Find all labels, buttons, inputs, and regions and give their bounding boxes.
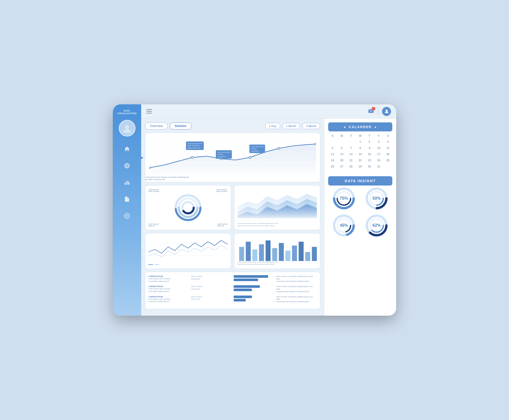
svg-point-0 (125, 125, 129, 129)
info-col-3 (234, 275, 274, 282)
info-val-2: dolor sit amet,consectetur (191, 285, 232, 290)
cal-day-15[interactable]: 15 (356, 151, 365, 157)
svg-point-19 (277, 147, 280, 149)
cal-day-25[interactable]: 25 (384, 157, 392, 163)
cal-day-3[interactable]: 3 (374, 139, 383, 145)
donut-50-wrap: 50% (365, 187, 388, 210)
info-col-2-3 (234, 285, 274, 292)
user-icon-header[interactable] (382, 107, 391, 116)
cal-day-6[interactable]: 6 (337, 145, 346, 151)
cal-day-23[interactable]: 23 (365, 157, 374, 163)
cal-day-9[interactable]: 9 (365, 145, 374, 151)
cal-empty-3 (347, 139, 355, 145)
cal-header-w: W (356, 133, 365, 138)
insight-75: 75% (329, 187, 358, 210)
cal-day-14[interactable]: 14 (347, 151, 355, 157)
cal-day-16[interactable]: 16 (365, 151, 374, 157)
menu-button[interactable] (146, 109, 152, 113)
sidebar: DATA VISUALIZATION (113, 104, 141, 316)
calendar-title: CALANDER (349, 125, 372, 129)
cal-day-27[interactable]: 27 (337, 164, 346, 169)
cal-day-4[interactable]: 4 (384, 139, 392, 145)
cal-day-2[interactable]: 2 (365, 139, 374, 145)
cal-day-29[interactable]: 29 (356, 164, 365, 169)
cal-day-8[interactable]: 8 (356, 145, 365, 151)
mail-icon-wrap[interactable]: 1 (368, 108, 374, 114)
main-panel: 1 Overview Statistic (141, 104, 396, 316)
info-row-2: LOREM IPSUM Lorem ipsum dolor sit amet,c… (148, 285, 317, 293)
tab-1month[interactable]: 1 Month (282, 123, 300, 129)
donut-45-wrap: 45% (332, 214, 355, 237)
donut-62-pct: 62% (372, 223, 381, 228)
sidebar-item-chart[interactable] (123, 178, 132, 187)
cal-header-t2: T (365, 133, 374, 138)
cal-day-7[interactable]: 7 (347, 145, 355, 151)
svg-point-16 (191, 156, 193, 158)
line-chart-legend (148, 263, 228, 265)
svg-rect-40 (305, 252, 310, 261)
sidebar-item-document[interactable] (123, 195, 132, 204)
bar-chart-card: Lorem ipsum dolor sit amet, consectetur … (234, 233, 320, 269)
area-chart-label: Lorem ipsum dolor sit amet, consectetur … (237, 222, 317, 227)
cal-day-5[interactable]: 5 (328, 145, 337, 151)
cal-header-s2: S (384, 133, 392, 138)
svg-rect-30 (239, 247, 244, 261)
sidebar-item-home[interactable] (123, 144, 132, 153)
svg-rect-7 (126, 181, 128, 185)
calendar: ◄ CALANDER ► S M T W T F S (328, 122, 392, 172)
tab-1day[interactable]: 1 Day (265, 123, 280, 129)
tab-3month[interactable]: 3 Month (302, 123, 320, 129)
donut-label-tl: Lorem ipsumdolor sit amet, (148, 189, 160, 192)
chart-arrow[interactable]: ▶ (141, 155, 143, 159)
cal-day-19[interactable]: 19 (328, 157, 337, 163)
sidebar-item-settings[interactable] (123, 211, 132, 220)
chart-tooltip-2: Lorem ipsum dolorsit amet,consectetur (249, 145, 265, 153)
donut-chart-card: Lorem ipsumdolor sit amet, Lorem ipsumdo… (145, 185, 231, 230)
cal-day-17[interactable]: 17 (374, 151, 383, 157)
center-panel: Overview Statistic 1 Day 1 Month 3 Month… (141, 119, 324, 316)
donut-label-tr: Lorem ipsumdolor sit amet, (216, 189, 228, 192)
cal-day-13[interactable]: 13 (337, 151, 346, 157)
cal-header-m: M (337, 133, 346, 138)
sidebar-item-globe[interactable] (123, 161, 132, 170)
insight-45: 45% (329, 214, 358, 237)
cal-day-22[interactable]: 22 (356, 157, 365, 163)
bar-1b (234, 279, 258, 281)
cal-day-31[interactable]: 31 (374, 164, 383, 169)
cal-day-21[interactable]: 21 (347, 157, 355, 163)
tab-statistic[interactable]: Statistic (170, 122, 192, 130)
cal-day-30[interactable]: 30 (365, 164, 374, 169)
header-right: 1 (368, 107, 391, 116)
donut-svg-wrap (174, 194, 202, 222)
insight-50: 50% (362, 187, 391, 210)
info-val-3: dolor sit amet,consectetur (191, 296, 232, 301)
tab-overview[interactable]: Overview (145, 122, 168, 130)
info-title-1: LOREM IPSUM (148, 275, 189, 278)
cal-prev[interactable]: ◄ (343, 125, 346, 129)
info-desc-2: Lorem ipsum dolor sit amet,consectetur a… (148, 288, 189, 293)
cal-day-18[interactable]: 18 (384, 151, 392, 157)
info-desc-3: Lorem ipsum dolor sit amet,consectetur a… (148, 298, 189, 303)
sidebar-nav (123, 144, 132, 310)
header-divider (378, 107, 378, 115)
info-desc-1: Lorem ipsum dolor sit amet,consectetur a… (148, 278, 189, 283)
right-panel: ◄ CALANDER ► S M T W T F S (324, 119, 396, 316)
info-col-2-1: LOREM IPSUM Lorem ipsum dolor sit amet,c… (148, 285, 189, 293)
donut-labels-top: Lorem ipsumdolor sit amet, Lorem ipsumdo… (148, 189, 228, 192)
info-col-2-2: dolor sit amet,consectetur (191, 285, 232, 290)
cal-day-10[interactable]: 10 (374, 145, 383, 151)
cal-day-20[interactable]: 20 (337, 157, 346, 163)
info-col-3-4: dolor sit amet, consectetur adipiscing e… (276, 296, 317, 303)
cal-day-11[interactable]: 11 (384, 145, 392, 151)
cal-day-24[interactable]: 24 (374, 157, 383, 163)
cal-day-1[interactable]: 1 (356, 139, 365, 145)
cal-next[interactable]: ► (374, 125, 378, 129)
cal-day-12[interactable]: 12 (328, 151, 337, 157)
svg-rect-8 (128, 182, 129, 185)
donut-45-pct: 45% (340, 223, 348, 228)
svg-rect-35 (272, 248, 277, 261)
donut-50-pct: 50% (372, 196, 381, 201)
avatar (119, 120, 135, 137)
cal-day-26[interactable]: 26 (328, 164, 337, 169)
cal-day-28[interactable]: 28 (347, 164, 355, 169)
